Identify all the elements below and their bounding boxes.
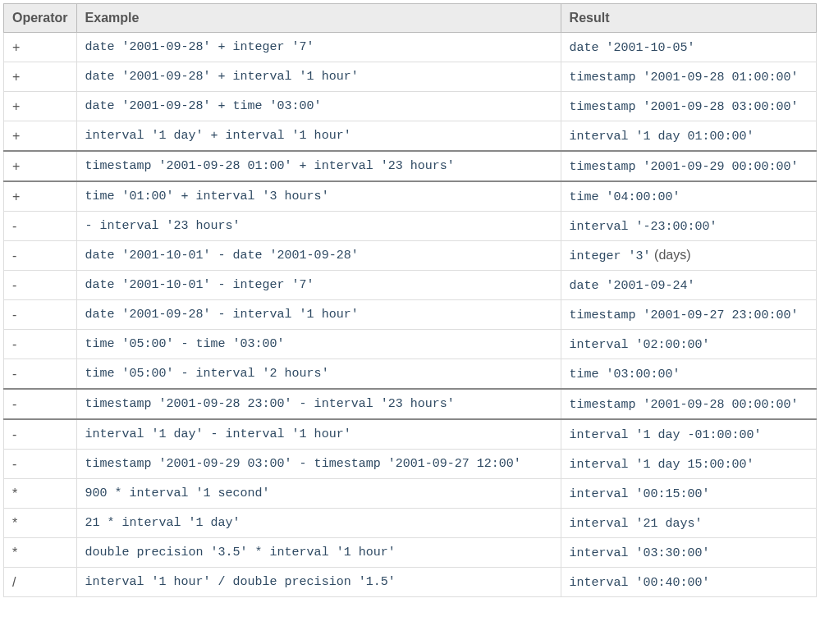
cell-result: interval '21 days' bbox=[561, 509, 816, 538]
cell-result: interval '00:15:00' bbox=[561, 479, 816, 509]
table-row: -date '2001-09-28' - interval '1 hour'ti… bbox=[4, 300, 817, 330]
cell-example: interval '1 day' - interval '1 hour' bbox=[76, 419, 561, 450]
result-code: interval '1 day -01:00:00' bbox=[570, 428, 762, 442]
result-code: timestamp '2001-09-28 00:00:00' bbox=[570, 398, 799, 412]
result-code: interval '1 day 01:00:00' bbox=[570, 130, 754, 144]
result-code: interval '21 days' bbox=[570, 517, 703, 531]
cell-operator: - bbox=[4, 212, 77, 241]
cell-example: 900 * interval '1 second' bbox=[76, 479, 561, 509]
cell-operator: * bbox=[4, 509, 77, 538]
result-code: timestamp '2001-09-28 03:00:00' bbox=[570, 100, 799, 114]
result-code: integer '3' bbox=[570, 249, 651, 263]
result-code: timestamp '2001-09-27 23:00:00' bbox=[570, 308, 799, 322]
date-time-operators-table: Operator Example Result +date '2001-09-2… bbox=[3, 3, 817, 597]
header-example: Example bbox=[76, 4, 561, 33]
cell-result: interval '1 day 01:00:00' bbox=[561, 121, 816, 152]
cell-result: timestamp '2001-09-27 23:00:00' bbox=[561, 300, 816, 330]
cell-operator: - bbox=[4, 271, 77, 300]
cell-example: - interval '23 hours' bbox=[76, 212, 561, 241]
cell-example: 21 * interval '1 day' bbox=[76, 509, 561, 538]
table-row: +date '2001-09-28' + integer '7'date '20… bbox=[4, 33, 817, 62]
table-row: +date '2001-09-28' + interval '1 hour'ti… bbox=[4, 62, 817, 92]
table-header-row: Operator Example Result bbox=[4, 4, 817, 33]
cell-operator: - bbox=[4, 241, 77, 271]
cell-operator: * bbox=[4, 479, 77, 509]
cell-result: time '03:00:00' bbox=[561, 359, 816, 390]
cell-example: timestamp '2001-09-28 23:00' - interval … bbox=[76, 389, 561, 419]
result-code: timestamp '2001-09-29 00:00:00' bbox=[570, 160, 799, 174]
cell-result: time '04:00:00' bbox=[561, 181, 816, 212]
table-row: *21 * interval '1 day'interval '21 days' bbox=[4, 509, 817, 538]
cell-example: time '05:00' - time '03:00' bbox=[76, 330, 561, 359]
cell-operator: * bbox=[4, 538, 77, 568]
cell-operator: + bbox=[4, 62, 77, 92]
cell-example: date '2001-09-28' + time '03:00' bbox=[76, 92, 561, 121]
cell-operator: / bbox=[4, 568, 77, 597]
cell-result: date '2001-10-05' bbox=[561, 33, 816, 62]
cell-result: interval '1 day -01:00:00' bbox=[561, 419, 816, 450]
cell-result: timestamp '2001-09-29 00:00:00' bbox=[561, 151, 816, 181]
cell-example: double precision '3.5' * interval '1 hou… bbox=[76, 538, 561, 568]
cell-example: time '01:00' + interval '3 hours' bbox=[76, 181, 561, 212]
cell-example: date '2001-10-01' - date '2001-09-28' bbox=[76, 241, 561, 271]
result-code: time '03:00:00' bbox=[570, 368, 680, 381]
table-row: /interval '1 hour' / double precision '1… bbox=[4, 568, 817, 597]
cell-operator: + bbox=[4, 151, 77, 181]
table-row: -interval '1 day' - interval '1 hour'int… bbox=[4, 419, 817, 450]
cell-result: interval '02:00:00' bbox=[561, 330, 816, 359]
cell-operator: - bbox=[4, 330, 77, 359]
cell-result: interval '00:40:00' bbox=[561, 568, 816, 597]
cell-result: timestamp '2001-09-28 01:00:00' bbox=[561, 62, 816, 92]
cell-operator: + bbox=[4, 181, 77, 212]
result-code: time '04:00:00' bbox=[570, 190, 680, 204]
cell-result: interval '03:30:00' bbox=[561, 538, 816, 568]
result-suffix: (days) bbox=[651, 248, 691, 262]
cell-example: date '2001-09-28' + interval '1 hour' bbox=[76, 62, 561, 92]
cell-example: date '2001-09-28' + integer '7' bbox=[76, 33, 561, 62]
cell-example: timestamp '2001-09-28 01:00' + interval … bbox=[76, 151, 561, 181]
result-code: interval '-23:00:00' bbox=[570, 220, 717, 234]
cell-result: interval '-23:00:00' bbox=[561, 212, 816, 241]
cell-result: timestamp '2001-09-28 03:00:00' bbox=[561, 92, 816, 121]
table-row: -timestamp '2001-09-29 03:00' - timestam… bbox=[4, 450, 817, 479]
cell-operator: - bbox=[4, 419, 77, 450]
cell-result: integer '3' (days) bbox=[561, 241, 816, 271]
table-row: +time '01:00' + interval '3 hours'time '… bbox=[4, 181, 817, 212]
table-row: +timestamp '2001-09-28 01:00' + interval… bbox=[4, 151, 817, 181]
header-result: Result bbox=[561, 4, 816, 33]
header-operator: Operator bbox=[4, 4, 77, 33]
result-code: interval '1 day 15:00:00' bbox=[570, 458, 754, 472]
result-code: timestamp '2001-09-28 01:00:00' bbox=[570, 71, 799, 84]
table-row: -- interval '23 hours'interval '-23:00:0… bbox=[4, 212, 817, 241]
cell-example: interval '1 day' + interval '1 hour' bbox=[76, 121, 561, 152]
cell-example: interval '1 hour' / double precision '1.… bbox=[76, 568, 561, 597]
table-row: -date '2001-10-01' - date '2001-09-28'in… bbox=[4, 241, 817, 271]
table-row: -time '05:00' - time '03:00'interval '02… bbox=[4, 330, 817, 359]
cell-result: timestamp '2001-09-28 00:00:00' bbox=[561, 389, 816, 419]
cell-example: time '05:00' - interval '2 hours' bbox=[76, 359, 561, 390]
cell-example: timestamp '2001-09-29 03:00' - timestamp… bbox=[76, 450, 561, 479]
cell-operator: - bbox=[4, 359, 77, 390]
table-row: -timestamp '2001-09-28 23:00' - interval… bbox=[4, 389, 817, 419]
table-row: -time '05:00' - interval '2 hours'time '… bbox=[4, 359, 817, 390]
table-row: +date '2001-09-28' + time '03:00'timesta… bbox=[4, 92, 817, 121]
cell-operator: + bbox=[4, 121, 77, 152]
cell-example: date '2001-09-28' - interval '1 hour' bbox=[76, 300, 561, 330]
table-row: -date '2001-10-01' - integer '7'date '20… bbox=[4, 271, 817, 300]
result-code: date '2001-10-05' bbox=[570, 41, 695, 55]
result-code: interval '00:40:00' bbox=[570, 576, 710, 590]
result-code: interval '00:15:00' bbox=[570, 487, 710, 501]
table-row: *double precision '3.5' * interval '1 ho… bbox=[4, 538, 817, 568]
cell-result: interval '1 day 15:00:00' bbox=[561, 450, 816, 479]
result-code: interval '02:00:00' bbox=[570, 338, 710, 352]
cell-operator: - bbox=[4, 389, 77, 419]
table-row: +interval '1 day' + interval '1 hour'int… bbox=[4, 121, 817, 152]
result-code: date '2001-09-24' bbox=[570, 279, 695, 293]
cell-operator: + bbox=[4, 92, 77, 121]
table-row: *900 * interval '1 second'interval '00:1… bbox=[4, 479, 817, 509]
cell-example: date '2001-10-01' - integer '7' bbox=[76, 271, 561, 300]
cell-operator: - bbox=[4, 450, 77, 479]
cell-operator: - bbox=[4, 300, 77, 330]
cell-result: date '2001-09-24' bbox=[561, 271, 816, 300]
cell-operator: + bbox=[4, 33, 77, 62]
